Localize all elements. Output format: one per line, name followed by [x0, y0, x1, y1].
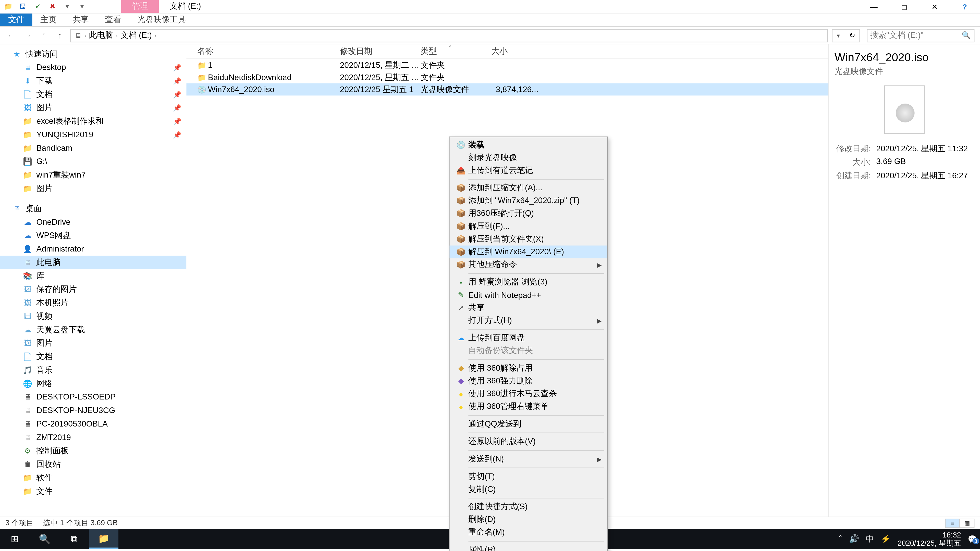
file-row[interactable]: 💿Win7x64_2020.iso2020/12/25 星期五 1光盘映像文件3…	[186, 83, 829, 95]
context-menu-item[interactable]: 属性(R)	[450, 544, 607, 551]
context-menu-item[interactable]: 发送到(N)▶	[450, 453, 607, 465]
context-menu-item[interactable]: 📦解压到当前文件夹(X)	[450, 233, 607, 245]
close-button[interactable]: ✕	[919, 0, 950, 14]
tree-item[interactable]: 📁软件	[0, 471, 186, 484]
tray-power-icon[interactable]: ⚡	[881, 534, 891, 544]
qat-delete[interactable]: ✖	[47, 1, 58, 12]
tree-item[interactable]: ☁OneDrive	[0, 215, 186, 229]
ribbon-tab-view[interactable]: 查看	[97, 14, 129, 26]
tray-volume-icon[interactable]: 🔊	[849, 534, 859, 544]
tree-item[interactable]: 💾G:\	[0, 155, 186, 168]
context-menu-item[interactable]: ●使用 360管理右键菜单	[450, 400, 607, 413]
context-menu-item[interactable]: •用 蜂蜜浏览器 浏览(3)	[450, 276, 607, 289]
tree-item[interactable]: 🗑回收站	[0, 457, 186, 471]
qat-save[interactable]: 🖫	[18, 1, 28, 12]
tree-item[interactable]: 👤Administrator	[0, 242, 186, 256]
nav-forward[interactable]: →	[21, 30, 33, 40]
taskbar-taskview-button[interactable]: ⧉	[59, 529, 89, 549]
context-menu-item[interactable]: 📦其他压缩命令▶	[450, 259, 607, 271]
qat-more[interactable]: ▾	[77, 1, 88, 12]
tray-ime-icon[interactable]: 中	[866, 533, 874, 545]
view-details-button[interactable]: ≡	[945, 518, 959, 528]
taskbar-explorer-button[interactable]: 📁	[89, 529, 118, 549]
nav-tree[interactable]: ★快速访问🖥Desktop📌⬇下载📌📄文档📌🖼图片📌📁excel表格制作求和📌📁…	[0, 44, 186, 516]
contextual-tab[interactable]: 管理	[121, 0, 159, 13]
tray-chevron-icon[interactable]: ˄	[838, 534, 842, 544]
context-menu-item[interactable]: ✎Edit with Notepad++	[450, 289, 607, 301]
context-menu-item[interactable]: 剪切(T)	[450, 470, 607, 483]
tree-item[interactable]: 🖥ZMT2019	[0, 430, 186, 444]
context-menu-item[interactable]: 删除(D)	[450, 513, 607, 526]
taskbar-start-button[interactable]: ⊞	[0, 529, 30, 549]
ribbon-file[interactable]: 文件	[0, 14, 32, 26]
nav-back[interactable]: ←	[5, 30, 18, 40]
folder-icon[interactable]: 📁	[3, 1, 14, 12]
col-size[interactable]: 大小	[491, 46, 538, 57]
tree-item[interactable]: 📁文件	[0, 484, 186, 498]
tree-item[interactable]: 🎞视频	[0, 310, 186, 323]
tree-item[interactable]: 📁图片	[0, 182, 186, 195]
nav-up[interactable]: ↑	[54, 30, 66, 40]
refresh-button[interactable]: ↻	[845, 31, 859, 40]
tree-item[interactable]: 🖼本机照片	[0, 296, 186, 310]
nav-history-dropdown[interactable]: ˅	[38, 32, 50, 38]
context-menu-item[interactable]: 还原以前的版本(V)	[450, 435, 607, 448]
context-menu-item[interactable]: 刻录光盘映像	[450, 151, 607, 164]
maximize-button[interactable]: ◻	[889, 0, 919, 14]
minimize-button[interactable]: —	[859, 0, 889, 14]
crumb-thispc[interactable]: 此电脑	[89, 30, 113, 41]
tree-item[interactable]: 📄文档📌	[0, 87, 186, 101]
file-list[interactable]: ˄ 名称 修改日期 类型 大小 📁12020/12/15, 星期二 1...文件…	[186, 44, 829, 516]
taskbar-search-button[interactable]: 🔍	[30, 529, 59, 549]
context-menu[interactable]: 💿装载刻录光盘映像📤上传到有道云笔记📦添加到压缩文件(A)...📦添加到 "Wi…	[449, 137, 608, 551]
context-menu-item[interactable]: 复制(C)	[450, 483, 607, 495]
tree-item[interactable]: 📚库	[0, 269, 186, 283]
tree-desktop[interactable]: 🖥桌面	[0, 202, 186, 215]
tree-item[interactable]: 🖼图片	[0, 337, 186, 350]
context-menu-item[interactable]: 📦解压到 Win7x64_2020\ (E)	[450, 246, 607, 259]
tree-item[interactable]: 🖥Desktop📌	[0, 60, 186, 74]
ribbon-tab-isotools[interactable]: 光盘映像工具	[129, 14, 194, 26]
context-menu-item[interactable]: ◆使用 360强力删除	[450, 375, 607, 387]
breadcrumb[interactable]: 🖥 › 此电脑 › 文档 (E:) ›	[70, 29, 828, 42]
context-menu-item[interactable]: 📦添加到 "Win7x64_2020.zip" (T)	[450, 194, 607, 207]
view-large-button[interactable]: ▦	[959, 518, 974, 528]
tree-item[interactable]: 📁Bandicam	[0, 141, 186, 155]
tree-item[interactable]: 🖥PC-20190530OBLA	[0, 417, 186, 430]
tree-item[interactable]: 🖼保存的图片	[0, 283, 186, 296]
tree-item[interactable]: 🌐网络	[0, 377, 186, 390]
tree-item[interactable]: 🖼图片📌	[0, 101, 186, 114]
tree-item[interactable]: ☁WPS网盘	[0, 229, 186, 242]
search-input[interactable]: 搜索"文档 (E:)" 🔍	[867, 29, 974, 42]
context-menu-item[interactable]: ↗共享	[450, 301, 607, 314]
crumb-drive[interactable]: 文档 (E:)	[121, 30, 152, 41]
tree-item[interactable]: ⬇下载📌	[0, 74, 186, 87]
tree-quickaccess[interactable]: ★快速访问	[0, 47, 186, 61]
context-menu-item[interactable]: 📤上传到有道云笔记	[450, 164, 607, 177]
help-button[interactable]: ?	[950, 0, 980, 14]
context-menu-item[interactable]: ☁上传到百度网盘	[450, 332, 607, 345]
tree-item[interactable]: 📄文档	[0, 350, 186, 363]
context-menu-item[interactable]: 💿装载	[450, 138, 607, 151]
ribbon-tab-home[interactable]: 主页	[32, 14, 65, 26]
qat-dropdown[interactable]: ▾	[62, 1, 73, 12]
context-menu-item[interactable]: 通过QQ发送到	[450, 418, 607, 430]
tree-item[interactable]: 🎵音乐	[0, 363, 186, 377]
context-menu-item[interactable]: 打开方式(H)▶	[450, 314, 607, 327]
tree-item[interactable]: 📁win7重装win7	[0, 168, 186, 182]
context-menu-item[interactable]: 📦解压到(F)...	[450, 220, 607, 233]
qat-check[interactable]: ✔	[32, 1, 43, 12]
addr-dropdown[interactable]: ▾	[832, 32, 845, 38]
tree-item[interactable]: 📁excel表格制作求和📌	[0, 114, 186, 128]
notification-button[interactable]: 💬 3	[968, 534, 977, 543]
tree-item[interactable]: 🖥DESKTOP-NJEU3CG	[0, 403, 186, 417]
tree-item[interactable]: ⚙控制面板	[0, 444, 186, 457]
column-headers[interactable]: ˄ 名称 修改日期 类型 大小	[186, 44, 829, 59]
file-row[interactable]: 📁BaiduNetdiskDownload2020/12/25, 星期五 1..…	[186, 71, 829, 83]
context-menu-item[interactable]: 创建快捷方式(S)	[450, 500, 607, 513]
tree-item[interactable]: 🖥DESKTOP-LSSOEDP	[0, 390, 186, 403]
ribbon-tab-share[interactable]: 共享	[65, 14, 97, 26]
tree-item[interactable]: 🖥此电脑	[0, 256, 186, 269]
context-menu-item[interactable]: 📦添加到压缩文件(A)...	[450, 182, 607, 194]
file-row[interactable]: 📁12020/12/15, 星期二 1...文件夹	[186, 59, 829, 71]
